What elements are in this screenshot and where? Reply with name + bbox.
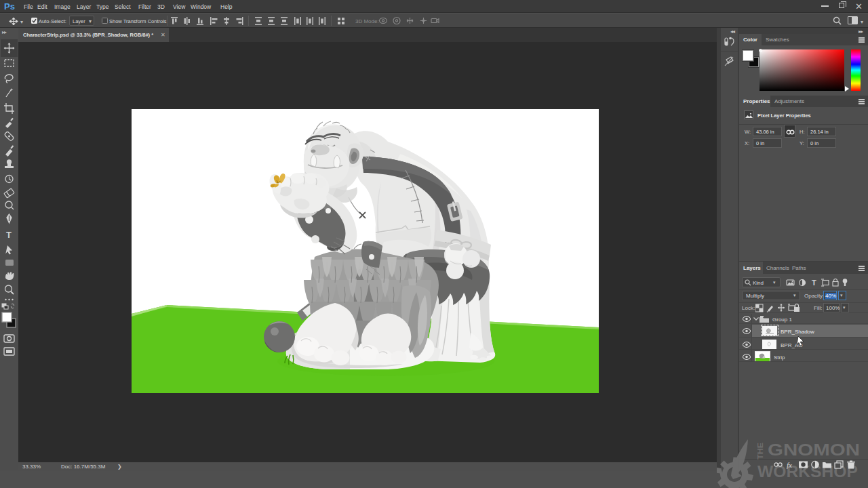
svg-text:T: T [812, 279, 816, 287]
svg-text:THE: THE [756, 443, 764, 460]
svg-text:T: T [6, 230, 12, 240]
svg-text:fx: fx [787, 461, 792, 469]
svg-text:GNOMON: GNOMON [768, 441, 860, 459]
